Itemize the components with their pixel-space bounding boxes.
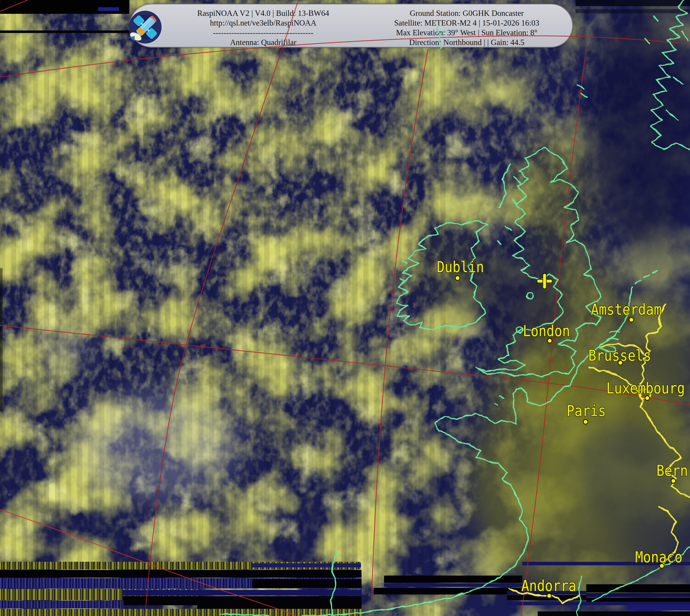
city-label-dublin: Dublin: [437, 260, 484, 274]
city-marker-dot-luxembourg: [645, 395, 650, 401]
city-marker-dot-andorra: [547, 593, 552, 599]
city-label-luxembourg: Luxembourg: [606, 382, 685, 395]
city-marker-dot-paris: [583, 419, 588, 425]
city-label-amsterdam: Amsterdam: [591, 303, 662, 316]
city-marker-dot-brussels: [618, 360, 623, 366]
city-label-andorra: Andorra: [521, 579, 576, 592]
city-labels-layer: DublinLondonAmsterdamBrusselsLuxembourgP…: [0, 0, 690, 616]
city-label-paris: Paris: [567, 404, 606, 417]
city-label-bern: Bern: [656, 464, 688, 477]
ground-station-cross-icon: [535, 272, 554, 291]
city-label-monaco: Monaco: [635, 551, 682, 564]
city-marker-dot-london: [547, 338, 552, 344]
city-label-london: London: [523, 324, 570, 338]
city-marker-dot-bern: [671, 478, 676, 484]
city-marker-dot-dublin: [455, 276, 460, 281]
city-marker-dot-monaco: [659, 563, 665, 569]
city-marker-dot-amsterdam: [629, 317, 634, 323]
satellite-image-stage: RaspiNOAA V2 | V4.0 | Build: 13-BW64http…: [0, 0, 690, 616]
